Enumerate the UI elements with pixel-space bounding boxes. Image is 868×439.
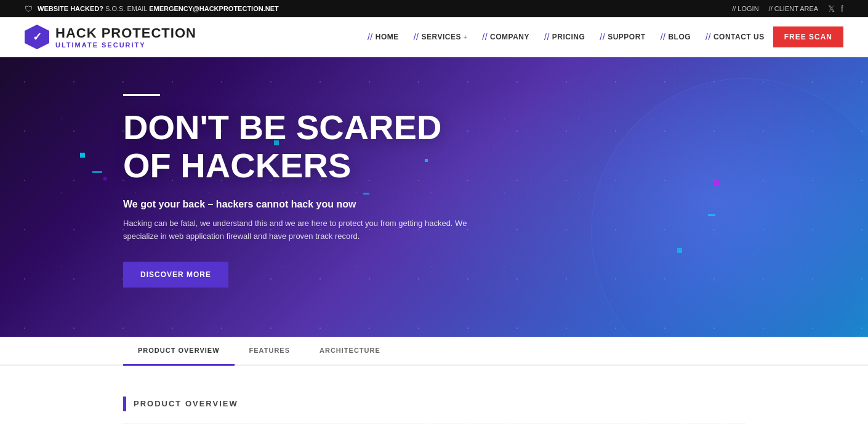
logo-text: HACK PROTECTION ULTIMATE SECURITY xyxy=(55,25,196,49)
logo-icon xyxy=(25,25,49,49)
top-bar-right: // LOGIN // CLIENT AREA 𝕏 f xyxy=(732,4,843,14)
hero-description: Hacking can be fatal, we understand this… xyxy=(123,217,468,243)
hero-subtitle: We got your back – hackers cannot hack y… xyxy=(123,199,468,210)
main-nav: // HOME // SERVICES + // COMPANY // PRIC… xyxy=(361,26,843,47)
nav-support[interactable]: // SUPPORT xyxy=(593,27,651,47)
tabs-bar: PRODUCT OVERVIEW FEATURES ARCHITECTURE xyxy=(0,337,868,366)
nav-home[interactable]: // HOME xyxy=(361,27,405,47)
login-link[interactable]: // LOGIN xyxy=(732,5,758,12)
tab-architecture[interactable]: ARCHITECTURE xyxy=(305,337,395,366)
deco-pixel-9 xyxy=(677,248,682,253)
social-icons: 𝕏 f xyxy=(828,4,843,14)
section-divider xyxy=(123,424,745,424)
shield-icon: 🛡 xyxy=(25,4,33,14)
hero-section: DON'T BE SCARED OF HACKERS We got your b… xyxy=(0,57,868,337)
deco-pixel-7 xyxy=(714,180,719,185)
top-bar-left: 🛡 WEBSITE HACKED? S.O.S. EMAIL EMERGENCY… xyxy=(25,4,279,14)
deco-pixel-8 xyxy=(708,214,715,216)
facebook-icon[interactable]: f xyxy=(841,4,843,14)
section-label: PRODUCT OVERVIEW xyxy=(134,399,238,408)
top-bar: 🛡 WEBSITE HACKED? S.O.S. EMAIL EMERGENCY… xyxy=(0,0,868,17)
tab-features[interactable]: FEATURES xyxy=(235,337,305,366)
header: HACK PROTECTION ULTIMATE SECURITY // HOM… xyxy=(0,17,868,57)
alert-text: WEBSITE HACKED? S.O.S. EMAIL EMERGENCY@H… xyxy=(38,5,279,12)
logo-main-text: HACK PROTECTION xyxy=(55,25,196,41)
logo-sub-text: ULTIMATE SECURITY xyxy=(55,41,196,49)
nav-company[interactable]: // COMPANY xyxy=(476,27,536,47)
hero-content: DON'T BE SCARED OF HACKERS We got your b… xyxy=(0,57,492,337)
hero-line-decoration xyxy=(123,94,160,96)
main-content: PRODUCT OVERVIEW We Know How To Flex WAF… xyxy=(0,366,868,439)
nav-pricing[interactable]: // PRICING xyxy=(538,27,591,47)
nav-contact[interactable]: // CONTACT US xyxy=(699,27,771,47)
client-area-link[interactable]: // CLIENT AREA xyxy=(769,5,819,12)
logo[interactable]: HACK PROTECTION ULTIMATE SECURITY xyxy=(25,25,196,49)
twitter-icon[interactable]: 𝕏 xyxy=(828,4,835,14)
section-title-bar-decoration xyxy=(123,397,126,411)
nav-blog[interactable]: // BLOG xyxy=(654,27,697,47)
tab-product-overview[interactable]: PRODUCT OVERVIEW xyxy=(123,337,235,366)
hero-title: DON'T BE SCARED OF HACKERS xyxy=(123,108,468,184)
section-title-block: PRODUCT OVERVIEW xyxy=(123,397,745,411)
services-dropdown-icon: + xyxy=(464,34,467,41)
nav-services[interactable]: // SERVICES + xyxy=(408,27,474,47)
free-scan-button[interactable]: FREE SCAN xyxy=(773,26,843,47)
discover-more-button[interactable]: DISCOVER MORE xyxy=(123,262,228,288)
